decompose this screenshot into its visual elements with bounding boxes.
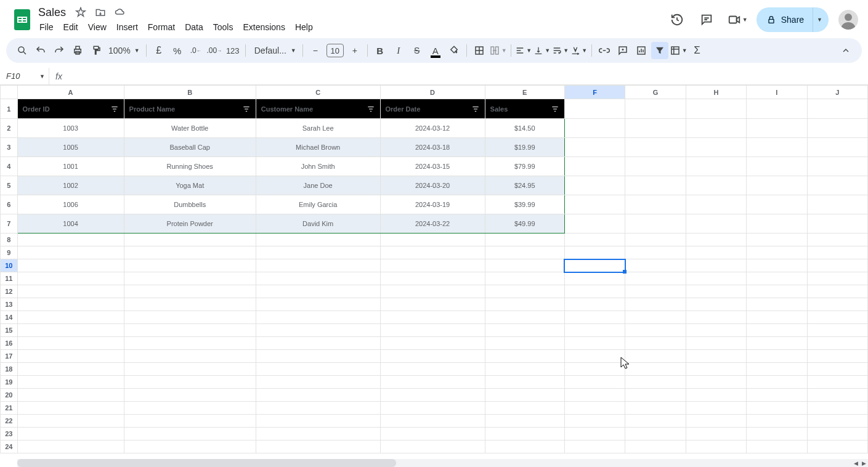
cell[interactable]	[807, 311, 867, 324]
cell[interactable]	[807, 246, 867, 259]
cell[interactable]	[747, 285, 807, 298]
cell[interactable]	[17, 441, 124, 453]
cell[interactable]	[380, 298, 485, 311]
share-dropdown[interactable]: ▼	[813, 7, 829, 32]
row-header-11[interactable]: 11	[1, 272, 18, 285]
cell[interactable]	[747, 99, 807, 119]
data-cell[interactable]: Water Bottle	[124, 119, 256, 138]
data-cell[interactable]: Protein Powder	[124, 214, 256, 234]
bold-icon[interactable]: B	[371, 42, 389, 59]
col-header-D[interactable]: D	[380, 86, 485, 99]
data-cell[interactable]: $49.99	[485, 214, 564, 234]
row-header-20[interactable]: 20	[1, 389, 18, 402]
cell[interactable]	[807, 363, 867, 376]
menu-edit[interactable]: Edit	[59, 20, 83, 35]
fill-color-icon[interactable]	[445, 42, 463, 59]
cell[interactable]	[625, 99, 686, 119]
cell[interactable]	[564, 311, 625, 324]
table-header[interactable]: Product Name	[124, 99, 256, 119]
cell[interactable]	[564, 99, 625, 119]
row-header-6[interactable]: 6	[1, 195, 18, 214]
redo-icon[interactable]	[51, 42, 68, 59]
cell[interactable]	[564, 376, 625, 389]
cell[interactable]	[256, 441, 380, 453]
cell[interactable]	[747, 176, 807, 195]
cell[interactable]	[686, 195, 746, 214]
cell[interactable]	[256, 246, 380, 259]
cell[interactable]	[564, 428, 625, 441]
data-cell[interactable]: 1002	[17, 176, 124, 195]
cell[interactable]	[485, 285, 564, 298]
row-header-15[interactable]: 15	[1, 324, 18, 337]
cell[interactable]	[17, 298, 124, 311]
account-avatar[interactable]	[838, 10, 858, 30]
col-header-C[interactable]: C	[256, 86, 380, 99]
row-header-13[interactable]: 13	[1, 298, 18, 311]
cell[interactable]	[564, 176, 625, 195]
column-filter-icon[interactable]	[471, 105, 480, 113]
cell[interactable]	[564, 350, 625, 363]
menu-extensions[interactable]: Extensions	[238, 20, 290, 35]
cell[interactable]	[124, 441, 256, 453]
cell[interactable]	[686, 337, 746, 350]
cell[interactable]	[807, 176, 867, 195]
cell[interactable]	[485, 311, 564, 324]
cell[interactable]	[380, 285, 485, 298]
percent-icon[interactable]: %	[169, 42, 186, 59]
insert-comment-icon[interactable]	[614, 42, 631, 59]
col-header-B[interactable]: B	[124, 86, 256, 99]
cell[interactable]	[747, 441, 807, 453]
font-size-input[interactable]	[327, 44, 344, 57]
menu-insert[interactable]: Insert	[112, 20, 143, 35]
row-header-16[interactable]: 16	[1, 337, 18, 350]
data-cell[interactable]: David Kim	[256, 214, 380, 234]
cell[interactable]	[485, 441, 564, 453]
cell[interactable]	[686, 138, 746, 157]
data-cell[interactable]: 1006	[17, 195, 124, 214]
table-header[interactable]: Order Date	[380, 99, 485, 119]
row-header-24[interactable]: 24	[1, 441, 18, 453]
cell[interactable]	[380, 324, 485, 337]
cell[interactable]	[256, 311, 380, 324]
history-icon[interactable]	[665, 7, 689, 32]
data-cell[interactable]: 2024-03-12	[380, 119, 485, 138]
search-menus-icon[interactable]	[14, 42, 31, 59]
paint-format-icon[interactable]	[87, 42, 105, 59]
print-icon[interactable]	[69, 42, 86, 59]
table-header[interactable]: Customer Name	[256, 99, 380, 119]
cell[interactable]	[17, 363, 124, 376]
cell[interactable]	[686, 234, 746, 246]
cell[interactable]	[256, 324, 380, 337]
cell[interactable]	[380, 350, 485, 363]
horizontal-scrollbar[interactable]	[17, 459, 852, 467]
menu-view[interactable]: View	[83, 20, 112, 35]
cell[interactable]	[564, 272, 625, 285]
cell[interactable]	[17, 428, 124, 441]
merge-cells-icon[interactable]: ▼	[489, 42, 507, 59]
cloud-status-icon[interactable]	[113, 5, 128, 20]
text-color-icon[interactable]: A	[427, 42, 444, 59]
cell[interactable]	[124, 272, 256, 285]
data-cell[interactable]: Emily Garcia	[256, 195, 380, 214]
cell[interactable]	[564, 415, 625, 428]
cell[interactable]	[124, 428, 256, 441]
cell[interactable]	[564, 157, 625, 176]
cell[interactable]	[124, 363, 256, 376]
data-cell[interactable]: $39.99	[485, 195, 564, 214]
text-rotation-icon[interactable]: ▼	[570, 42, 588, 59]
cell[interactable]	[564, 337, 625, 350]
cell[interactable]	[17, 272, 124, 285]
row-header-1[interactable]: 1	[1, 99, 18, 119]
cell[interactable]	[747, 363, 807, 376]
text-wrap-icon[interactable]: ▼	[552, 42, 569, 59]
data-cell[interactable]: $14.50	[485, 119, 564, 138]
data-cell[interactable]: Jane Doe	[256, 176, 380, 195]
cell[interactable]	[686, 259, 746, 272]
cell[interactable]	[747, 337, 807, 350]
decrease-decimal-icon[interactable]: .0←	[187, 42, 205, 59]
cell[interactable]	[256, 415, 380, 428]
row-header-9[interactable]: 9	[1, 246, 18, 259]
cell[interactable]	[485, 376, 564, 389]
col-header-I[interactable]: I	[747, 86, 807, 99]
data-cell[interactable]: John Smith	[256, 157, 380, 176]
